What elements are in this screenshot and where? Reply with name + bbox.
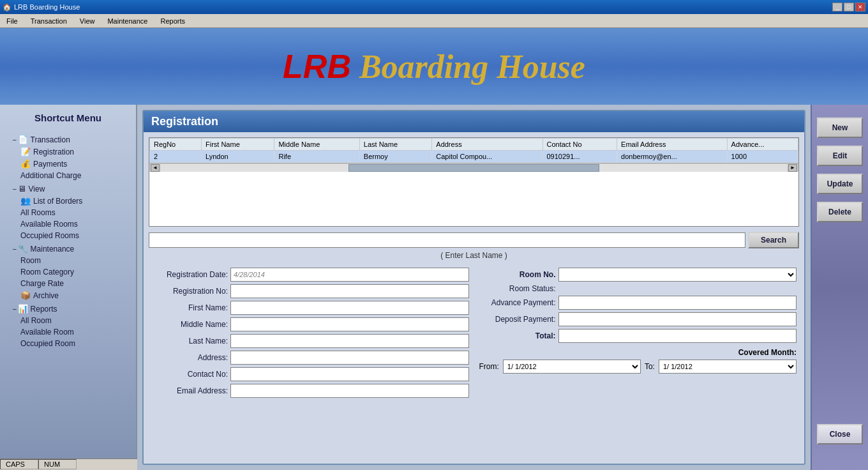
sidebar-item-occupied-rooms[interactable]: Occupied Rooms xyxy=(3,230,133,241)
title-bar-controls[interactable]: _ □ ✕ xyxy=(832,3,865,11)
panel-title: Registration xyxy=(151,115,218,128)
sidebar-item-archive[interactable]: 📦 Archive xyxy=(3,289,133,301)
main-layout: Shortcut Menu – 📄 Transaction 📝 Registra… xyxy=(0,105,868,470)
cell-email: donbermoy@en... xyxy=(617,151,727,163)
sidebar-label-maintenance: Maintenance xyxy=(31,245,75,254)
data-table: RegNo First Name Middle Name Last Name A… xyxy=(149,138,798,163)
sidebar-item-payments[interactable]: 💰 Payments xyxy=(3,158,133,170)
contact-input[interactable] xyxy=(230,367,469,381)
menu-reports[interactable]: Reports xyxy=(156,16,189,26)
cell-firstname: Lyndon xyxy=(201,151,274,163)
tree-group-transaction: – 📄 Transaction 📝 Registration 💰 Payment… xyxy=(3,133,133,181)
close-button[interactable]: ✕ xyxy=(855,3,865,11)
tree-group-reports: – 📊 Reports All Room Available Room Occu… xyxy=(3,303,133,349)
form-left-col: Registration Date: Registration No: Firs… xyxy=(151,268,469,398)
sidebar-label-all-rooms: All Rooms xyxy=(20,208,56,217)
regdate-input[interactable] xyxy=(230,268,469,282)
regno-input[interactable] xyxy=(230,284,469,298)
regno-label: Registration No: xyxy=(151,287,228,296)
form-row-regdate: Registration Date: xyxy=(151,268,469,282)
edit-button[interactable]: Edit xyxy=(817,146,863,166)
archive-icon: 📦 xyxy=(20,291,31,300)
sidebar-item-transaction[interactable]: – 📄 Transaction xyxy=(3,133,133,146)
title-bar-text: LRB Boarding House xyxy=(14,3,80,11)
sidebar-item-list-of-borders[interactable]: 👥 List of Borders xyxy=(3,195,133,207)
lastname-label: Last Name: xyxy=(151,337,228,345)
firstname-label: First Name: xyxy=(151,303,228,312)
expand-icon-reports: – xyxy=(13,305,17,312)
total-input[interactable] xyxy=(558,329,797,343)
maximize-button[interactable]: □ xyxy=(844,3,854,11)
sidebar-item-occupied-room[interactable]: Occupied Room xyxy=(3,338,133,349)
firstname-input[interactable] xyxy=(230,301,469,315)
reports-icon: 📊 xyxy=(18,304,28,314)
close-button[interactable]: Close xyxy=(817,424,863,444)
app-icon: 🏠 xyxy=(3,3,11,11)
middlename-input[interactable] xyxy=(230,317,469,331)
to-date-select[interactable]: 1/ 1/2012 xyxy=(659,360,797,374)
scroll-left-button[interactable]: ◄ xyxy=(151,164,160,172)
table-row[interactable]: 2 Lyndon Rife Bermoy Capitol Compou... 0… xyxy=(150,151,798,163)
roomno-select[interactable] xyxy=(558,268,797,282)
sidebar-label-registration: Registration xyxy=(33,148,74,156)
sidebar-item-available-rooms[interactable]: Available Rooms xyxy=(3,218,133,230)
right-panel: New Edit Update Delete Close xyxy=(811,105,868,470)
menu-view[interactable]: View xyxy=(76,16,99,26)
payments-icon: 💰 xyxy=(20,159,31,169)
col-contact: Contact No xyxy=(542,139,617,151)
minimize-button[interactable]: _ xyxy=(832,3,842,11)
menu-maintenance[interactable]: Maintenance xyxy=(103,16,151,26)
address-input[interactable] xyxy=(230,351,469,365)
middlename-label: Middle Name: xyxy=(151,320,228,329)
sidebar-item-all-room[interactable]: All Room xyxy=(3,315,133,326)
email-input[interactable] xyxy=(230,384,469,398)
sidebar-label-room: Room xyxy=(20,256,41,265)
scroll-right-button[interactable]: ► xyxy=(788,164,797,172)
delete-button[interactable]: Delete xyxy=(817,202,863,222)
menu-file[interactable]: File xyxy=(3,16,22,26)
form-row-email: Email Address: xyxy=(151,384,469,398)
maintenance-icon: 🔧 xyxy=(18,244,28,254)
form-row-deposit: Deposit Payment: xyxy=(479,312,797,326)
sidebar-label-additional-charge: Additional Charge xyxy=(20,171,81,180)
roomno-label: Room No. xyxy=(479,270,556,279)
tree-group-view: – 🖥 View 👥 List of Borders All Rooms Ava… xyxy=(3,183,133,241)
cell-middlename: Rife xyxy=(274,151,359,163)
sidebar-item-charge-rate[interactable]: Charge Rate xyxy=(3,278,133,289)
scroll-thumb[interactable] xyxy=(348,164,599,172)
menu-transaction[interactable]: Transaction xyxy=(27,16,71,26)
form-row-roomstatus: Room Status: xyxy=(479,284,797,293)
sidebar-item-additional-charge[interactable]: Additional Charge xyxy=(3,170,133,181)
sidebar-item-available-room[interactable]: Available Room xyxy=(3,326,133,338)
form-row-middlename: Middle Name: xyxy=(151,317,469,331)
lastname-input[interactable] xyxy=(230,334,469,348)
sidebar-item-registration[interactable]: 📝 Registration xyxy=(3,146,133,158)
deposit-input[interactable] xyxy=(558,312,797,326)
from-date-select[interactable]: 1/ 1/2012 xyxy=(503,360,641,374)
covered-month-row: From: 1/ 1/2012 To: 1/ 1/2012 xyxy=(479,360,797,374)
sidebar-item-room[interactable]: Room xyxy=(3,255,133,266)
deposit-label: Deposit Payment: xyxy=(479,315,556,324)
num-indicator: NUM xyxy=(38,459,77,469)
sidebar-item-reports[interactable]: – 📊 Reports xyxy=(3,303,133,315)
new-button[interactable]: New xyxy=(817,118,863,138)
update-button[interactable]: Update xyxy=(817,174,863,194)
advance-input[interactable] xyxy=(558,296,797,310)
search-input[interactable] xyxy=(149,232,745,248)
col-email: Email Address xyxy=(617,139,727,151)
cell-contact: 0910291... xyxy=(542,151,617,163)
expand-icon-view: – xyxy=(13,185,17,192)
roomstatus-label: Room Status: xyxy=(479,284,556,293)
cell-address: Capitol Compou... xyxy=(432,151,542,163)
sidebar: Shortcut Menu – 📄 Transaction 📝 Registra… xyxy=(0,105,137,470)
sidebar-item-room-category[interactable]: Room Category xyxy=(3,266,133,278)
expand-icon-transaction: – xyxy=(13,136,17,143)
sidebar-item-maintenance[interactable]: – 🔧 Maintenance xyxy=(3,243,133,255)
col-lastname: Last Name xyxy=(359,139,431,151)
scroll-track[interactable] xyxy=(161,164,787,172)
sidebar-item-view[interactable]: – 🖥 View xyxy=(3,183,133,195)
sidebar-item-all-rooms[interactable]: All Rooms xyxy=(3,207,133,218)
horizontal-scrollbar[interactable]: ◄ ► xyxy=(149,163,798,172)
caps-indicator: CAPS xyxy=(0,459,38,469)
search-button[interactable]: Search xyxy=(748,232,799,248)
